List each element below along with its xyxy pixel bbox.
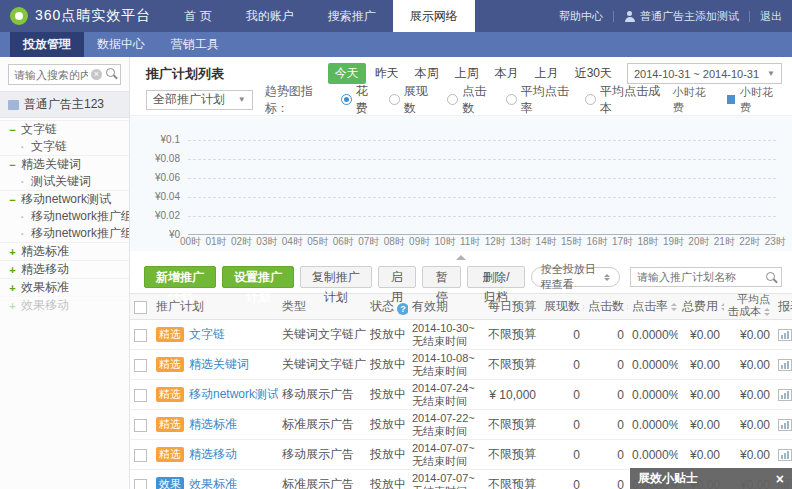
plan-ctr: 0.0000% xyxy=(628,380,678,410)
row-checkbox[interactable] xyxy=(134,419,147,432)
tree-item[interactable]: 文字链 xyxy=(0,120,129,138)
topnav-item[interactable]: 我的账户 xyxy=(229,0,311,32)
topnav-item[interactable]: 首 页 xyxy=(167,0,228,32)
tree-item[interactable]: 移动network测试 xyxy=(0,190,129,208)
row-checkbox[interactable] xyxy=(134,389,147,402)
plan-ctr: 0.0000% xyxy=(628,410,678,440)
plan-filter-select[interactable]: 全部推广计划 ▼ xyxy=(146,90,253,110)
legend-item: 小时花费 xyxy=(727,85,778,115)
view-report-icon[interactable] xyxy=(778,419,792,431)
account-name: 普通广告主123 xyxy=(24,96,104,113)
metric-radio[interactable]: 展现数 xyxy=(389,83,433,117)
row-checkbox[interactable] xyxy=(134,359,147,372)
row-checkbox[interactable] xyxy=(134,449,147,462)
sidebar-account[interactable]: 普通广告主123 xyxy=(0,91,129,118)
user-menu[interactable]: 普通广告主添加测试 xyxy=(614,9,749,24)
plan-avg-cost: ¥0.00 xyxy=(724,410,774,440)
tree-item[interactable]: 测试关键词 xyxy=(0,173,129,190)
date-range-button[interactable]: 今天 xyxy=(328,63,366,84)
tree-item[interactable]: 效果移动 xyxy=(0,296,129,314)
tree-item[interactable]: 移动network推广组测试 xyxy=(0,225,129,242)
view-report-icon[interactable] xyxy=(778,359,792,371)
plan-name-link[interactable]: 文字链 xyxy=(189,327,225,341)
360-logo-icon xyxy=(10,7,28,25)
chart-collapse-toggle[interactable] xyxy=(130,251,792,263)
plan-clicks: 0 xyxy=(584,440,628,470)
chevron-down-icon: ▼ xyxy=(767,69,775,78)
main-content: 推广计划列表 今天 昨天 本周 上周 本月 上月 近30天 20 xyxy=(130,57,792,489)
subnav-item[interactable]: 数据中心 xyxy=(84,32,158,57)
plan-name-link[interactable]: 精选标准 xyxy=(189,417,237,431)
topnav-item[interactable]: 展示网络 xyxy=(393,0,475,32)
plan-clicks: 0 xyxy=(584,380,628,410)
date-range-button[interactable]: 上周 xyxy=(448,63,486,84)
tree-item[interactable]: 文字链 xyxy=(0,138,129,155)
toolbar-button[interactable]: 删除/归档 xyxy=(467,266,525,288)
metric-radio-label: 花费 xyxy=(356,83,375,117)
col-avg-click-cost[interactable]: 平均点击成本 xyxy=(724,294,774,320)
plan-name-link[interactable]: 移动network测试 xyxy=(189,387,278,401)
toolbar-button[interactable]: 复制推广计划 xyxy=(300,266,372,288)
info-icon[interactable]: ? xyxy=(397,303,408,315)
select-all-checkbox[interactable] xyxy=(134,301,147,314)
metric-radio[interactable]: 平均点击率 xyxy=(506,83,571,117)
date-range-picker[interactable]: 2014-10-31 ~ 2014-10-31 ▼ xyxy=(627,63,782,84)
plan-period: 2014-10-08~无结束时间 xyxy=(408,350,484,380)
tree-toggle-icon xyxy=(8,282,17,294)
plan-badge: 精选 xyxy=(156,327,184,342)
metric-radio[interactable]: 点击数 xyxy=(447,83,491,117)
metric-radio[interactable]: 花费 xyxy=(341,83,375,117)
date-range-button[interactable]: 本周 xyxy=(408,63,446,84)
tree-item-label: 移动network推广组1 xyxy=(31,208,129,225)
date-range-button[interactable]: 上月 xyxy=(528,63,566,84)
plan-search-input[interactable] xyxy=(630,267,782,287)
help-center-link[interactable]: 帮助中心 xyxy=(549,9,613,24)
plan-status: 投放中 xyxy=(366,440,408,470)
view-report-icon[interactable] xyxy=(778,329,792,341)
plan-status: 投放中 xyxy=(366,380,408,410)
tree-item[interactable]: 精选关键词 xyxy=(0,155,129,173)
date-range-button[interactable]: 近30天 xyxy=(568,63,619,84)
col-total-cost[interactable]: 总费用 xyxy=(678,294,724,320)
view-report-icon[interactable] xyxy=(778,389,792,401)
subnav-item[interactable]: 营销工具 xyxy=(158,32,232,57)
gridline xyxy=(188,140,776,141)
row-checkbox[interactable] xyxy=(134,479,147,489)
topnav-item[interactable]: 搜索推广 xyxy=(311,0,393,32)
sort-icon xyxy=(627,300,628,314)
clear-icon[interactable]: × xyxy=(91,69,102,80)
plan-name-link[interactable]: 精选关键词 xyxy=(189,357,249,371)
col-impressions[interactable]: 展现数 xyxy=(540,294,584,320)
schedule-filter-select[interactable]: 按全投放日程查看 xyxy=(531,267,620,287)
close-icon[interactable]: × xyxy=(776,472,784,486)
plan-name-link[interactable]: 精选移动 xyxy=(189,447,237,461)
tree-item-label: 精选关键词 xyxy=(21,156,81,173)
tips-widget[interactable]: 展效小贴士 × xyxy=(630,468,792,489)
logout-link[interactable]: 退出 xyxy=(750,9,792,24)
tree-item[interactable]: 效果标准 xyxy=(0,278,129,296)
toolbar-button[interactable]: 暂停 xyxy=(422,266,461,288)
tree-item[interactable]: 移动network推广组1 xyxy=(0,208,129,225)
toolbar-button[interactable]: 设置推广计划 xyxy=(222,266,294,288)
tree-item[interactable]: 精选标准 xyxy=(0,242,129,260)
col-clicks[interactable]: 点击数 xyxy=(584,294,628,320)
row-checkbox[interactable] xyxy=(134,329,147,342)
metric-radio[interactable]: 平均点击成本 xyxy=(585,83,661,117)
legend-select[interactable]: 小时花费 xyxy=(673,85,711,115)
tree-toggle-icon xyxy=(8,124,17,136)
plan-name-link[interactable]: 效果标准 xyxy=(189,477,237,489)
top-navbar: 360点睛实效平台 首 页 我的账户 搜索推广 展示网络 帮助中心 普通广告主添… xyxy=(0,0,792,32)
subnav-item[interactable]: 投放管理 xyxy=(10,32,84,57)
x-tick-label: 07时 xyxy=(358,235,379,249)
search-icon[interactable] xyxy=(766,272,775,281)
view-report-icon[interactable] xyxy=(778,449,792,461)
date-range-button[interactable]: 昨天 xyxy=(368,63,406,84)
sidebar-search-input[interactable] xyxy=(8,64,121,85)
toolbar-button[interactable]: 启用 xyxy=(378,266,417,288)
tree-item[interactable]: 精选移动 xyxy=(0,260,129,278)
date-range-button[interactable]: 本月 xyxy=(488,63,526,84)
col-ctr[interactable]: 点击率 xyxy=(628,294,678,320)
toolbar-button[interactable]: 新增推广计划 xyxy=(144,266,216,288)
plan-avg-cost: ¥0.00 xyxy=(724,440,774,470)
search-icon[interactable] xyxy=(106,68,115,77)
